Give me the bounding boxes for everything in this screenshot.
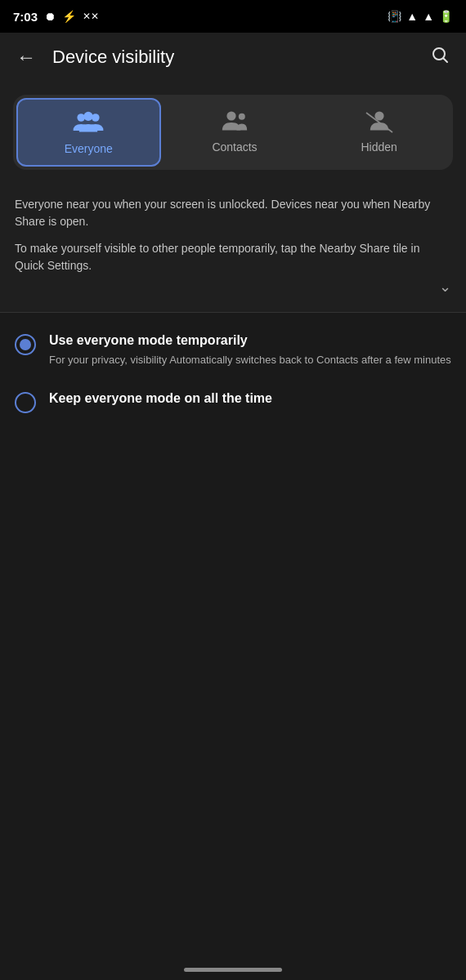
- description-note: To make yourself visible to other people…: [15, 240, 451, 274]
- radio-temp-fill: [20, 339, 31, 350]
- svg-line-1: [444, 59, 448, 63]
- tab-everyone[interactable]: Everyone: [16, 98, 161, 167]
- svg-point-5: [226, 111, 235, 120]
- back-button[interactable]: ←: [13, 42, 39, 72]
- battery-icon: 🔋: [439, 10, 453, 23]
- option-always-text: Keep everyone mode on all the time: [49, 390, 451, 411]
- everyone-icon: [72, 109, 105, 136]
- tab-contacts[interactable]: Contacts: [164, 98, 306, 167]
- svg-point-4: [84, 112, 93, 121]
- tab-everyone-label: Everyone: [65, 142, 113, 155]
- contacts-icon: [218, 108, 251, 134]
- tab-contacts-label: Contacts: [212, 140, 257, 154]
- tab-hidden-label: Hidden: [361, 140, 397, 154]
- radio-temp[interactable]: [15, 334, 36, 355]
- visibility-section: Everyone Contacts Hidden: [0, 82, 466, 183]
- header: ← Device visibility: [0, 33, 466, 82]
- chevron-down-icon[interactable]: ⌄: [439, 278, 451, 296]
- status-icon-2: ⚡: [62, 10, 76, 23]
- home-indicator: [184, 968, 282, 972]
- page-title: Device visibility: [52, 47, 414, 68]
- svg-point-6: [239, 114, 245, 120]
- option-always[interactable]: Keep everyone mode on all the time: [15, 390, 451, 413]
- status-left: 7:03 ⏺ ⚡ ✕✕: [13, 10, 99, 24]
- options-section: Use everyone mode temporarily For your p…: [0, 313, 466, 456]
- svg-point-7: [374, 111, 383, 120]
- option-temp-subtitle: For your privacy, visibility Automatical…: [49, 353, 451, 368]
- svg-point-3: [92, 114, 100, 122]
- description-section: Everyone near you when your screen is un…: [0, 183, 466, 312]
- vibrate-icon: 📳: [388, 10, 401, 23]
- hidden-icon: [363, 108, 396, 134]
- status-icon-1: ⏺: [44, 10, 56, 23]
- option-always-title: Keep everyone mode on all the time: [49, 390, 451, 408]
- status-time: 7:03: [13, 10, 38, 24]
- search-button[interactable]: [427, 42, 453, 73]
- option-temp-text: Use everyone mode temporarily For your p…: [49, 332, 451, 368]
- signal-icon: ▲: [423, 10, 434, 23]
- visibility-tabs: Everyone Contacts Hidden: [13, 95, 453, 170]
- svg-point-2: [78, 114, 86, 122]
- wifi-icon: ▲: [406, 10, 418, 23]
- chevron-row: ⌄: [15, 274, 451, 305]
- option-temp-title: Use everyone mode temporarily: [49, 332, 451, 350]
- option-temp[interactable]: Use everyone mode temporarily For your p…: [15, 332, 451, 368]
- status-right: 📳 ▲ ▲ 🔋: [388, 10, 453, 23]
- status-icon-3: ✕✕: [83, 11, 99, 22]
- tab-hidden[interactable]: Hidden: [308, 98, 450, 167]
- status-bar: 7:03 ⏺ ⚡ ✕✕ 📳 ▲ ▲ 🔋: [0, 0, 466, 33]
- radio-always[interactable]: [15, 392, 36, 413]
- description-main: Everyone near you when your screen is un…: [15, 196, 451, 230]
